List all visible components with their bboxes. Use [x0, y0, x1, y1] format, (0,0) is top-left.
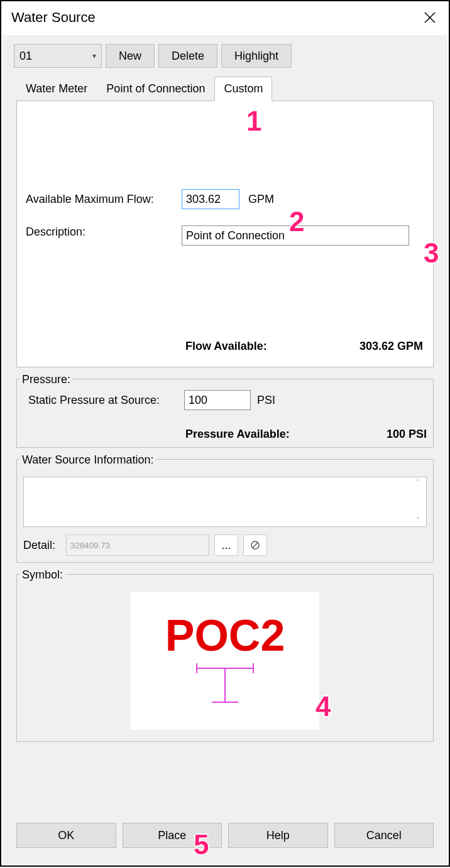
ok-button[interactable]: OK [16, 823, 116, 848]
detail-browse-label: ... [221, 539, 231, 552]
detail-browse-button[interactable]: ... [214, 534, 238, 556]
tab-custom-label: Custom [224, 82, 263, 95]
window-title: Water Source [11, 9, 96, 26]
tab-custom[interactable]: Custom [214, 77, 272, 101]
tab-row: Water Meter Point of Connection Custom [16, 77, 434, 101]
help-button[interactable]: Help [228, 823, 328, 848]
chevron-down-icon: ▾ [92, 52, 96, 60]
description-label: Description: [26, 225, 182, 239]
flow-available-label: Flow Available: [185, 340, 267, 353]
svg-line-3 [253, 543, 258, 548]
description-row: Description: [26, 225, 424, 246]
detail-clear-button[interactable] [243, 534, 267, 556]
scroll-up-icon: ˄ [416, 479, 420, 487]
tee-icon [184, 661, 266, 711]
static-pressure-input[interactable] [184, 390, 251, 410]
flow-available-value: 303.62 GPM [359, 340, 423, 353]
static-pressure-row: Static Pressure at Source: PSI [23, 390, 427, 410]
water-source-dialog: Water Source 01 ▾ New Delete Highlight W… [0, 0, 450, 867]
tab-water-meter-label: Water Meter [26, 82, 87, 95]
dialog-footer: OK Place Help Cancel [16, 823, 434, 848]
ok-button-label: OK [58, 829, 74, 842]
delete-button[interactable]: Delete [158, 44, 217, 68]
max-flow-input[interactable] [182, 189, 239, 209]
cancel-button-label: Cancel [366, 829, 402, 842]
static-pressure-label: Static Pressure at Source: [23, 394, 184, 407]
symbol-section: Symbol: POC2 [16, 574, 434, 742]
top-toolbar: 01 ▾ New Delete Highlight [3, 35, 447, 73]
cancel-button[interactable]: Cancel [334, 823, 434, 848]
tab-strip: Water Meter Point of Connection Custom A… [16, 77, 434, 367]
tab-water-meter[interactable]: Water Meter [16, 77, 97, 101]
new-button-label: New [119, 50, 141, 63]
scroll-down-icon: ˅ [416, 516, 420, 525]
close-icon [424, 12, 436, 23]
info-textarea[interactable]: ˄ ˅ [23, 477, 427, 527]
symbol-legend: Symbol: [19, 568, 65, 582]
tab-panel-custom: Available Maximum Flow: GPM Description:… [16, 100, 434, 367]
info-legend: Water Source Information: [19, 453, 156, 467]
help-button-label: Help [266, 829, 290, 842]
detail-row: Detail: ... [23, 534, 427, 556]
place-button[interactable]: Place [123, 823, 222, 848]
client-area: 01 ▾ New Delete Highlight Water Meter Po… [3, 35, 447, 864]
new-button[interactable]: New [106, 44, 155, 68]
info-scrollbar[interactable]: ˄ ˅ [411, 479, 425, 525]
pressure-legend: Pressure: [19, 373, 73, 386]
titlebar: Water Source [1, 1, 449, 36]
source-selector-value: 01 [19, 50, 32, 63]
pressure-section: Pressure: Static Pressure at Source: PSI… [16, 379, 434, 448]
pressure-available-value: 100 PSI [387, 428, 427, 441]
detail-input [66, 534, 209, 556]
symbol-preview: POC2 [131, 592, 319, 730]
info-section: Water Source Information: ˄ ˅ Detail: ..… [16, 459, 434, 563]
max-flow-unit: GPM [248, 193, 274, 206]
max-flow-row: Available Maximum Flow: GPM [26, 189, 424, 209]
place-button-label: Place [158, 829, 186, 842]
symbol-text: POC2 [165, 610, 285, 661]
delete-button-label: Delete [172, 50, 204, 63]
highlight-button[interactable]: Highlight [221, 44, 292, 68]
close-button[interactable] [417, 5, 442, 30]
pressure-available-label: Pressure Available: [185, 428, 290, 441]
description-input[interactable] [182, 225, 409, 246]
detail-label: Detail: [23, 539, 61, 552]
pressure-available-row: Pressure Available: 100 PSI [23, 428, 427, 441]
highlight-button-label: Highlight [234, 50, 278, 63]
flow-available-row: Flow Available: 303.62 GPM [26, 340, 424, 353]
tab-point-of-connection[interactable]: Point of Connection [97, 77, 214, 101]
max-flow-label: Available Maximum Flow: [26, 193, 182, 206]
source-selector[interactable]: 01 ▾ [14, 44, 102, 68]
static-pressure-unit: PSI [257, 394, 275, 407]
tab-poc-label: Point of Connection [106, 82, 205, 95]
no-symbol-icon [250, 540, 260, 550]
